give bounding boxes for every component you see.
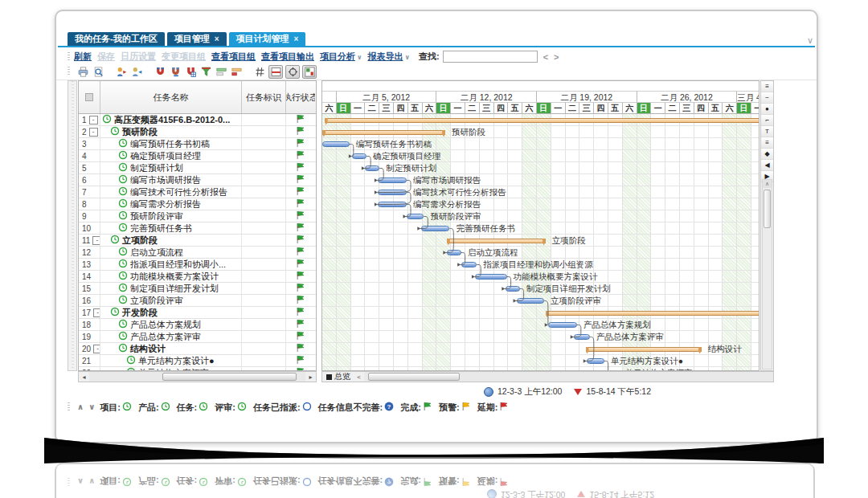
toolbar-link[interactable]: 查看项目输出 — [261, 51, 314, 63]
table-row[interactable]: 17-开发阶段 — [79, 307, 316, 319]
table-row[interactable]: 3编写预研任务书初稿 — [79, 138, 316, 150]
search-input[interactable] — [443, 51, 538, 63]
toolbar-link[interactable]: 报表导出∨ — [368, 51, 411, 63]
gantt-summary-bar[interactable] — [447, 239, 546, 243]
horizontal-scrollbar-thumb[interactable] — [162, 373, 297, 381]
resource-status-button[interactable] — [130, 66, 143, 78]
toolbar-drag-handle[interactable] — [68, 67, 70, 76]
table-row[interactable]: 6编写市场调研报告 — [79, 174, 316, 186]
locate-task-button[interactable] — [285, 65, 300, 79]
table-row[interactable]: 9预研阶段评审 — [79, 210, 316, 222]
legend-collapse-button[interactable]: ∧ — [77, 403, 84, 411]
table-row[interactable]: 14功能模块概要方案设计 — [79, 271, 316, 283]
marker-icon[interactable]: ● — [761, 104, 773, 115]
find-previous-button[interactable]: < — [543, 52, 548, 62]
scroll-up-button[interactable]: ∧ — [763, 180, 772, 188]
gantt-task-bar[interactable] — [517, 298, 544, 304]
table-row[interactable]: 21单元结构方案设计● — [79, 355, 316, 367]
table-row[interactable]: 16立项阶段评审 — [79, 295, 316, 307]
toolbar-link[interactable]: 查看项目组 — [211, 51, 256, 63]
expand-toggle-icon[interactable]: - — [92, 236, 100, 245]
gantt-task-bar[interactable] — [447, 250, 461, 255]
scroll-left-icon[interactable]: ◀ — [761, 160, 773, 171]
expand-toggle-icon[interactable]: - — [93, 308, 100, 317]
gantt-summary-bar[interactable] — [322, 130, 445, 135]
gantt-task-bar[interactable] — [322, 141, 350, 147]
tab-my-tasks-workspace[interactable]: 我的任务-我的工作区 — [68, 32, 165, 46]
table-row[interactable]: 13指派项目经理和协调小... — [79, 259, 316, 271]
gantt-task-bar[interactable] — [378, 190, 407, 195]
gantt-task-bar[interactable] — [378, 202, 407, 207]
table-row[interactable]: 12启动立项流程 — [79, 247, 316, 259]
gantt-task-bar[interactable] — [574, 334, 590, 340]
close-icon[interactable]: × — [215, 35, 219, 43]
assign-resource-button[interactable] — [115, 66, 128, 78]
expand-toggle-icon[interactable]: - — [89, 116, 98, 124]
table-row[interactable]: 4确定预研项目经理 — [79, 150, 316, 162]
timescale-button[interactable] — [253, 66, 266, 78]
scroll-left-button[interactable]: ◂ — [79, 374, 89, 381]
table-row[interactable]: 18产品总体方案规划 — [79, 319, 316, 331]
diamond-icon[interactable]: ◆ — [761, 149, 773, 160]
expand-toggle-icon[interactable]: - — [93, 345, 100, 353]
gantt-task-bar[interactable] — [548, 322, 577, 328]
overview-collapse-button[interactable]: < — [354, 374, 364, 381]
show-progress-button[interactable] — [230, 66, 243, 78]
gantt-summary-bar[interactable] — [325, 118, 759, 123]
menu-icon[interactable]: ≡ — [761, 81, 773, 92]
table-row[interactable]: 5制定预研计划 — [79, 162, 316, 174]
gantt-task-bar[interactable] — [421, 226, 450, 231]
find-next-button[interactable]: > — [554, 52, 559, 62]
gantt-day-cell: 三 — [680, 102, 694, 113]
zoom-out-button[interactable] — [169, 66, 182, 78]
table-row[interactable]: 15制定项目详细开发计划 — [79, 283, 316, 295]
collapse-icon[interactable]: − — [761, 92, 773, 104]
chevron-down-icon[interactable]: ∨ — [807, 35, 813, 46]
toolbar-link[interactable]: 刷新 — [74, 51, 92, 63]
gantt-summary-bar[interactable] — [546, 311, 759, 316]
zoom-fit-button[interactable] — [184, 66, 197, 78]
print-button[interactable] — [76, 66, 89, 78]
vertical-scrollbar: ∧ — [762, 179, 772, 369]
tab-project-plan-management[interactable]: 项目计划管理 × — [229, 32, 306, 46]
gantt-summary-bar[interactable] — [586, 347, 702, 352]
table-row[interactable]: 2-预研阶段 — [79, 126, 316, 138]
legend-drag-handle[interactable] — [68, 402, 70, 412]
legend-expand-button[interactable]: ∨ — [88, 403, 95, 411]
filter-button[interactable] — [199, 66, 212, 78]
horizontal-scrollbar-thumb[interactable] — [368, 373, 460, 381]
gantt-task-bar[interactable] — [506, 286, 520, 292]
tab-project-management[interactable]: 项目管理 × — [167, 32, 227, 46]
corner-icon[interactable]: ⌐ — [761, 115, 773, 126]
gantt-task-bar[interactable] — [461, 262, 477, 267]
table-row[interactable]: 10完善预研任务书 — [79, 222, 316, 235]
overview-button[interactable] — [302, 65, 317, 79]
label-icon[interactable]: T — [761, 126, 773, 137]
row-number-cell: 20- — [79, 343, 100, 354]
print-preview-button[interactable] — [92, 66, 104, 78]
gantt-task-bar[interactable] — [365, 165, 379, 171]
table-row[interactable]: 8编写需求分析报告 — [79, 198, 316, 210]
gantt-task-bar[interactable] — [587, 358, 604, 364]
split-view-button[interactable] — [268, 65, 283, 79]
table-row[interactable]: 7编写技术可行性分析报告 — [79, 186, 316, 198]
show-baseline-button[interactable] — [215, 66, 227, 78]
toolbar-drag-handle[interactable] — [68, 52, 70, 62]
gantt-task-bar[interactable] — [475, 274, 506, 280]
table-row[interactable]: 1-高压变频器415F6.B-2012-0... — [79, 114, 316, 126]
select-all-header[interactable] — [79, 81, 100, 113]
table-row[interactable]: 20-结构设计 — [79, 343, 316, 355]
vertical-scrollbar-thumb[interactable] — [764, 190, 771, 228]
gantt-task-bar[interactable] — [352, 153, 366, 159]
gantt-task-bar[interactable] — [407, 214, 424, 219]
close-icon[interactable]: × — [294, 35, 299, 43]
table-row[interactable]: 11-立项阶段 — [79, 235, 316, 247]
zoom-in-button[interactable] — [154, 66, 166, 78]
rows-icon[interactable]: ≡ — [761, 137, 773, 149]
expand-toggle-icon[interactable]: - — [89, 128, 98, 137]
gantt-task-bar[interactable] — [378, 178, 407, 183]
table-row[interactable]: 19产品总体方案评审 — [79, 331, 316, 343]
toolbar-link[interactable]: 项目分析∨ — [320, 51, 362, 63]
overview-toggle[interactable]: 总览 — [334, 371, 350, 382]
scroll-right-button[interactable]: ▸ — [305, 374, 316, 381]
